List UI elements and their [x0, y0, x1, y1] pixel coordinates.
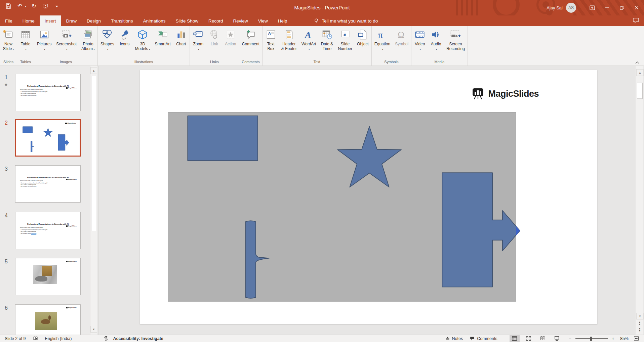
mini-magicslides-logo: MagicSlides	[66, 87, 77, 89]
ribbon-button-photo-album[interactable]: PhotoAlbum▾	[79, 27, 97, 59]
normal-view-button[interactable]	[510, 335, 520, 342]
tab-view[interactable]: View	[253, 15, 273, 26]
ribbon-button-equation[interactable]: πEquation▾	[372, 27, 393, 59]
tab-design[interactable]: Design	[82, 15, 106, 26]
slide-thumbnail-panel: 1★MagicSlidesProfessional Presentations …	[0, 66, 90, 335]
fit-slide-to-window-button[interactable]	[631, 335, 641, 342]
ribbon-button-label: Icons	[120, 42, 129, 46]
ribbon-button-text-box[interactable]: ATextBox	[263, 27, 279, 59]
ribbon-button-shapes[interactable]: Shapes▾	[98, 27, 117, 59]
save-icon[interactable]	[5, 2, 12, 10]
slide-sorter-view-button[interactable]	[524, 335, 534, 342]
ribbon-button-slide-number[interactable]: #SlideNumber	[335, 27, 355, 59]
tab-insert[interactable]: Insert	[40, 15, 61, 26]
ribbon-button-table[interactable]: Table▾	[17, 27, 34, 59]
zoom-slider-thumb[interactable]	[590, 337, 592, 341]
slideshow-view-button[interactable]	[552, 335, 562, 342]
ribbon-button-label: Chart	[176, 42, 186, 46]
user-name[interactable]: Ajay Sai	[547, 5, 563, 10]
zoom-out-button[interactable]: −	[567, 336, 573, 341]
ribbon-button-label: Link	[211, 42, 218, 46]
start-slideshow-icon[interactable]	[42, 2, 49, 10]
accessibility-icon[interactable]	[100, 335, 112, 342]
ribbon-button-wordart[interactable]: AWordArt▾	[299, 27, 319, 59]
notes-button[interactable]: Notes	[442, 335, 467, 342]
ribbon-button-screenshot[interactable]: Screenshot▾	[54, 27, 79, 59]
ribbon-button-icons[interactable]: Icons	[117, 27, 133, 59]
tell-me-box[interactable]: Tell me what you want to do	[313, 15, 378, 26]
ribbon-button-3d-models[interactable]: 3DModels▾	[133, 27, 153, 59]
ribbon-button-label: Video▾	[415, 42, 425, 52]
spellcheck-icon[interactable]	[29, 335, 42, 342]
zoom-slider[interactable]	[575, 335, 608, 342]
undo-dropdown-icon[interactable]: ▾	[25, 5, 26, 8]
ribbon-button-chart[interactable]: Chart	[173, 27, 189, 59]
ribbon-button-label: Header& Footer	[281, 42, 297, 51]
tab-transitions[interactable]: Transitions	[106, 15, 138, 26]
ribbon-display-options-icon[interactable]	[585, 0, 600, 15]
thumbnail-scrollbar-thumb[interactable]	[91, 76, 96, 231]
undo-icon[interactable]: ↶	[16, 2, 24, 10]
zoom-in-button[interactable]: +	[610, 336, 616, 341]
restore-button[interactable]	[614, 0, 629, 15]
ribbon-button-header-footer[interactable]: Header& Footer	[279, 27, 299, 59]
slide-number-label: 3	[5, 166, 8, 172]
slide-thumbnail-3[interactable]: MagicSlidesProfessional Presentations in…	[15, 165, 81, 203]
ribbon-button-pictures[interactable]: Pictures▾	[35, 27, 54, 59]
ribbon-button-comment[interactable]: Comment	[240, 27, 262, 59]
tab-slide-show[interactable]: Slide Show	[170, 15, 203, 26]
tab-home[interactable]: Home	[17, 15, 40, 26]
slide-shapes[interactable]	[140, 70, 597, 324]
canvas-scrollbar[interactable]: ▲ ▼ ▲▲ ▼▼	[636, 66, 643, 335]
tab-draw[interactable]: Draw	[61, 15, 82, 26]
slide-thumbnail-4[interactable]: MagicSlidesProfessional Presentations in…	[15, 212, 81, 249]
ribbon-button-smartart[interactable]: SmartArt	[153, 27, 173, 59]
ribbon-button-label: Table▾	[21, 42, 31, 52]
current-slide[interactable]: MagicSlides	[140, 70, 597, 324]
table-icon	[20, 29, 31, 40]
thumbnail-scroll-up-icon[interactable]: ▲	[90, 67, 97, 74]
comments-button[interactable]: Comments	[466, 335, 500, 342]
avatar[interactable]: AS	[566, 3, 576, 13]
tab-record[interactable]: Record	[203, 15, 228, 26]
tab-file[interactable]: File	[0, 15, 17, 26]
slide-indicator[interactable]: Slide 2 of 9	[0, 335, 29, 342]
thumbnail-scrollbar[interactable]: ▲ ▼	[90, 66, 97, 335]
tab-animations[interactable]: Animations	[138, 15, 171, 26]
dropdown-caret-icon: ▾	[93, 48, 95, 51]
tab-review[interactable]: Review	[228, 15, 253, 26]
notes-icon	[445, 336, 450, 341]
close-button[interactable]	[629, 0, 644, 15]
customize-quick-access-toolbar-icon[interactable]	[53, 2, 61, 10]
minimize-button[interactable]	[600, 0, 614, 15]
slide-thumbnail-2[interactable]: MagicSlides	[15, 119, 81, 157]
collapse-ribbon-icon[interactable]	[635, 60, 640, 65]
canvas-scroll-down-icon[interactable]: ▼	[636, 313, 644, 319]
redo-icon[interactable]: ↻	[30, 2, 38, 10]
canvas-scrollbar-thumb[interactable]	[637, 83, 643, 99]
ribbon-button-video[interactable]: Video▾	[412, 27, 428, 59]
slide-thumbnail-1[interactable]: MagicSlidesProfessional Presentations in…	[15, 74, 81, 111]
next-slide-icon[interactable]: ▼▼	[636, 328, 643, 333]
language-indicator[interactable]: English (India)	[42, 335, 75, 342]
date-time-icon	[321, 29, 333, 40]
previous-slide-icon[interactable]: ▲▲	[636, 321, 643, 326]
reading-view-button[interactable]	[538, 335, 548, 342]
ribbon-button-new-slide[interactable]: NewSlide▾	[0, 27, 16, 59]
ribbon-group-label: Images	[35, 59, 97, 66]
ribbon-button-object[interactable]: Object	[355, 27, 371, 59]
thumbnail-scroll-down-icon[interactable]: ▼	[90, 326, 97, 333]
ribbon-button-zoom[interactable]: Zoom▾	[190, 27, 206, 59]
tab-help[interactable]: Help	[273, 15, 292, 26]
slide-number-icon: #	[339, 29, 351, 40]
dropdown-caret-icon: ▾	[419, 48, 421, 51]
ribbon-button-date-time[interactable]: Date &Time	[319, 27, 336, 59]
accessibility-status[interactable]: Accessibility: Investigate	[112, 335, 166, 342]
ribbon-button-screen-recording[interactable]: ScreenRecording	[444, 27, 467, 59]
canvas-scroll-up-icon[interactable]: ▲	[636, 69, 644, 76]
zoom-level[interactable]: 85%	[616, 336, 629, 341]
window-comment-icon[interactable]	[633, 17, 639, 24]
slide-thumbnail-5[interactable]: MagicSlides	[15, 258, 81, 295]
ribbon-button-action: Action	[223, 27, 239, 59]
ribbon-button-audio[interactable]: Audio▾	[428, 27, 444, 59]
